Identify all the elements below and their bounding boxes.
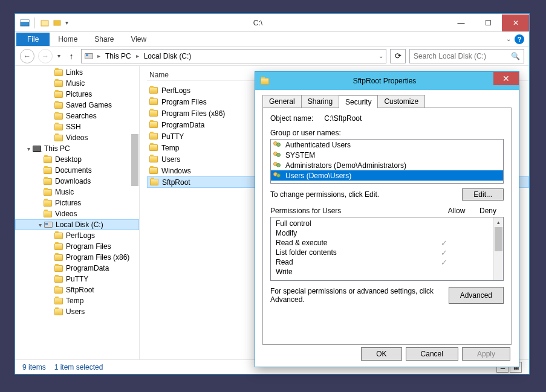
tree-item[interactable]: Users [15,306,139,317]
tree-item[interactable]: ProgramData [15,263,139,274]
folder-icon [149,167,158,174]
scroll-up-icon[interactable]: ▴ [494,217,503,227]
minimize-button[interactable]: — [447,14,475,31]
maximize-button[interactable]: ☐ [475,14,502,31]
selection-count: 1 item selected [54,363,103,371]
forward-button[interactable]: → [38,49,53,63]
permission-row[interactable]: List folder contents✓ [276,248,491,257]
tree-item[interactable]: ▾Local Disk (C:) [15,219,139,230]
ok-button[interactable]: OK [361,347,401,361]
permission-row[interactable]: Full control [276,219,491,228]
permissions-listbox[interactable]: Full controlModifyRead & execute✓List fo… [270,217,504,281]
tree-item[interactable]: Videos [15,208,139,219]
tab-security[interactable]: Security [339,95,378,108]
advanced-button[interactable]: Advanced [449,287,504,304]
close-button[interactable]: ✕ [502,14,529,31]
dialog-tabs: GeneralSharingSecurityCustomize [262,95,512,108]
tree-item[interactable]: SSH [15,121,139,132]
back-button[interactable]: ← [20,49,34,63]
folder-icon [149,110,158,117]
up-button[interactable]: ↑ [65,50,77,62]
tree-item[interactable]: Temp [15,295,139,306]
permission-row[interactable]: Read & execute✓ [276,238,491,248]
breadcrumb-local-disk[interactable]: Local Disk (C:) [143,52,193,60]
tree-item-label: Links [66,68,83,77]
tab-sharing[interactable]: Sharing [301,95,339,108]
group-name: Authenticated Users [285,141,351,149]
tree-item[interactable]: Pictures [15,198,139,208]
chevron-right-icon[interactable]: ▸ [135,53,140,59]
tree-item[interactable]: Music [15,78,139,89]
window-controls: — ☐ ✕ [447,14,529,31]
permission-row[interactable]: Read✓ [276,257,491,267]
column-name[interactable]: Name [147,71,238,79]
scroll-thumb[interactable] [495,227,502,251]
tree-item[interactable]: Downloads [15,176,139,187]
folder-icon [149,144,158,151]
group-listbox[interactable]: Authenticated UsersSYSTEMAdministrators … [270,139,504,184]
dialog-titlebar[interactable]: SftpRoot Properties ✕ [255,72,519,90]
group-row[interactable]: Authenticated Users [271,140,503,150]
ribbon-tab-share[interactable]: Share [86,33,122,46]
breadcrumb-this-pc[interactable]: This PC [104,52,132,60]
tree-item[interactable]: ▾This PC [15,143,139,154]
file-name: ProgramData [161,121,204,129]
address-bar[interactable]: ▸ This PC ▸ Local Disk (C:) ⌄ [81,49,386,63]
permission-row[interactable]: Write [276,267,491,277]
tree-item[interactable]: Links [15,67,139,78]
folder-icon [149,133,158,140]
recent-locations-icon[interactable]: ▾ [56,53,62,59]
svg-rect-2 [41,21,48,26]
titlebar[interactable]: ▾ C:\ — ☐ ✕ [15,14,529,32]
apply-button[interactable]: Apply [462,347,510,361]
tree-item[interactable]: Searches [15,111,139,121]
tree-item[interactable]: Saved Games [15,100,139,111]
folder-icon [54,89,63,99]
tree-item[interactable]: SftpRoot [15,284,139,295]
tree-item[interactable]: Documents [15,165,139,176]
tree-item[interactable]: Desktop [15,154,139,165]
tree-item-label: Videos [55,210,77,218]
tree-item[interactable]: Program Files [15,241,139,252]
tab-customize[interactable]: Customize [377,95,425,108]
group-row[interactable]: Users (Demo\Users) [271,170,503,181]
search-input[interactable]: Search Local Disk (C:) 🔍 [409,49,524,63]
tree-item[interactable]: Pictures [15,89,139,100]
dialog-close-button[interactable]: ✕ [493,72,519,85]
ribbon-tab-home[interactable]: Home [50,33,86,46]
navigation-tree[interactable]: LinksMusicPicturesSaved GamesSearchesSSH… [15,66,140,359]
folder-icon [43,209,53,219]
tree-item-label: Saved Games [66,101,112,109]
folder-icon [54,231,63,240]
expand-icon[interactable]: ▾ [36,222,44,228]
expand-ribbon-icon[interactable]: ⌄ [506,36,511,42]
permission-name: Read [276,258,428,266]
scrollbar[interactable]: ▴ [493,217,503,280]
chevron-right-icon[interactable]: ▸ [96,53,102,59]
tree-item-label: Music [55,188,74,196]
tree-item[interactable]: PuTTY [15,274,139,284]
group-row[interactable]: Administrators (Demo\Administrators) [271,160,503,170]
object-name-value: C:\SftpRoot [324,114,362,123]
edit-button[interactable]: Edit... [462,188,504,201]
tab-general[interactable]: General [262,95,302,108]
ribbon-tab-view[interactable]: View [122,33,155,46]
scroll-thumb[interactable] [131,133,139,187]
tree-item[interactable]: Music [15,187,139,198]
file-menu[interactable]: File [16,33,50,46]
help-icon[interactable]: ? [515,34,524,44]
folder-icon [43,176,53,186]
tree-item[interactable]: PerfLogs [15,230,139,241]
new-folder-icon[interactable] [39,17,51,29]
tree-item[interactable]: Program Files (x86) [15,252,139,263]
cancel-button[interactable]: Cancel [406,347,458,361]
tree-item[interactable]: Videos [15,132,139,143]
address-dropdown-icon[interactable]: ⌄ [379,53,383,59]
folder-dropdown-icon[interactable] [52,17,64,29]
window-title: C:\ [68,19,447,27]
expand-icon[interactable]: ▾ [25,146,32,152]
refresh-button[interactable]: ⟳ [390,49,406,63]
permission-row[interactable]: Modify [276,228,491,238]
properties-icon[interactable] [19,17,31,29]
group-row[interactable]: SYSTEM [271,150,503,160]
